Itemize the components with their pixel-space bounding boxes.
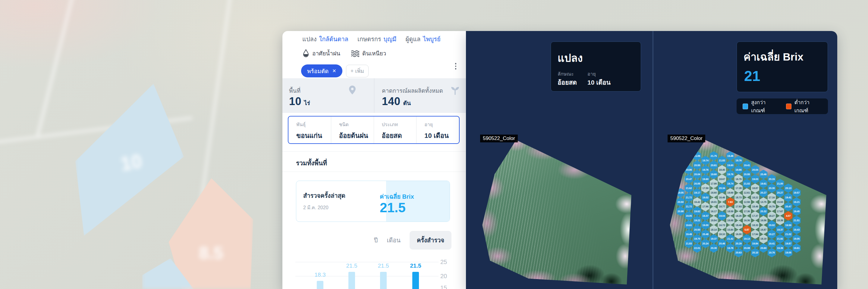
brix-hexagon[interactable]: 18.73	[735, 193, 743, 202]
brix-hexagon[interactable]: 12.56	[743, 197, 751, 207]
brix-hexagon[interactable]: 20.47	[685, 174, 693, 184]
brix-hexagon[interactable]: 19.76	[726, 244, 735, 253]
brix-hexagon[interactable]: 18.68	[726, 216, 735, 225]
brix-hexagon[interactable]: 17.67	[776, 207, 784, 216]
brix-hexagon[interactable]: 15.84	[726, 225, 735, 234]
brix-hexagon[interactable]: 17.94	[751, 230, 759, 239]
brix-hexagon[interactable]: 19.05	[793, 234, 801, 244]
brix-hexagon[interactable]: 15.93	[776, 197, 784, 207]
brix-hexagon[interactable]: 16.42	[693, 197, 701, 207]
brix-hexagon[interactable]: 16.46	[718, 193, 726, 202]
brix-hexagon[interactable]: 21.06	[693, 151, 701, 161]
brix-hexagon[interactable]: 19.45	[793, 207, 801, 216]
brix-hexagon[interactable]: 19.41	[768, 239, 776, 248]
brix-hexagon[interactable]: 19.61	[760, 179, 768, 188]
brix-hexagon[interactable]: 20.47	[784, 202, 792, 211]
brix-hexagon[interactable]: 19.41	[784, 193, 792, 202]
aerial-field-image-with-hexes[interactable]: 21.0621.7519.4619.7421.8319.7620.5520.61…	[667, 137, 828, 286]
brix-hexagon[interactable]: 20.15	[768, 174, 776, 184]
brix-hexagon[interactable]: 19.00	[701, 220, 710, 230]
brix-bar[interactable]	[348, 272, 355, 289]
brix-hexagon[interactable]: 17.16	[768, 193, 776, 202]
brix-hexagon[interactable]: 22.01	[693, 244, 701, 253]
brix-hexagon[interactable]: 19.37	[776, 225, 784, 234]
brix-hexagon[interactable]: 21.62	[685, 184, 693, 193]
brix-hexagon[interactable]: 20.04	[751, 165, 759, 174]
brix-hexagon[interactable]: 19.13	[743, 234, 751, 244]
brix-hexagon[interactable]: 19.60	[710, 170, 718, 179]
brix-hexagon[interactable]: 21.02	[743, 179, 751, 188]
brix-hexagon[interactable]: 20.34	[718, 184, 726, 193]
brix-hexagon[interactable]: 17.36	[743, 207, 751, 216]
brix-hexagon[interactable]: 16.87	[760, 225, 768, 234]
brix-hexagon[interactable]: 21.83	[718, 156, 726, 165]
brix-hexagon[interactable]: 18.27	[768, 211, 776, 220]
brix-hexagon[interactable]: 19.04	[718, 211, 726, 220]
brix-bar[interactable]	[380, 272, 387, 289]
brix-hexagon[interactable]: 20.55	[743, 170, 751, 179]
brix-hexagon[interactable]: 20.55	[693, 160, 701, 170]
brix-hexagon[interactable]: 13.75	[760, 197, 768, 207]
brix-hexagon[interactable]: 20.10	[751, 248, 759, 257]
brix-hexagon[interactable]: 18.22	[751, 193, 759, 202]
brix-hexagon[interactable]: 20.46	[760, 170, 768, 179]
brix-hexagon[interactable]: 16.56	[760, 216, 768, 225]
brix-hexagon[interactable]: 19.87	[784, 239, 792, 248]
brix-hexagon[interactable]: 20.24	[701, 239, 710, 248]
brix-hexagon[interactable]: 19.05	[677, 188, 685, 197]
brix-hexagon[interactable]: 19.76	[726, 170, 735, 179]
brix-hexagon[interactable]: 17.96	[701, 202, 710, 211]
brix-hexagon[interactable]: 19.39	[776, 244, 784, 253]
brix-hexagon[interactable]: 19.37	[701, 211, 710, 220]
brix-hexagon[interactable]: 19.05	[784, 248, 792, 257]
brix-hexagon[interactable]: 19.61	[793, 244, 801, 253]
brix-hexagon[interactable]: 20.13	[784, 184, 792, 193]
brix-hexagon[interactable]: 20.63	[735, 248, 743, 257]
brix-hexagon[interactable]: 21.75	[710, 151, 718, 161]
brix-hexagon[interactable]: 21.83	[685, 239, 693, 248]
brix-hexagon[interactable]: 20.04	[693, 170, 701, 179]
brix-hexagon[interactable]: 18.26	[735, 211, 743, 220]
brix-hexagon[interactable]: 18.14	[710, 225, 718, 234]
brix-hexagon[interactable]: 12.61	[743, 188, 751, 197]
brix-hexagon[interactable]: 18.60	[710, 188, 718, 197]
brix-hexagon[interactable]: 20.27	[768, 230, 776, 239]
brix-hexagon[interactable]: 18.33	[751, 220, 759, 230]
brix-hexagon[interactable]: 20.46	[718, 239, 726, 248]
brix-hexagon[interactable]: 20.61	[710, 160, 718, 170]
brix-hexagon[interactable]: 18.77	[718, 202, 726, 211]
brix-hexagon[interactable]: 20.98	[677, 207, 685, 216]
brix-hexagon[interactable]: 18.49	[735, 220, 743, 230]
brix-hexagon[interactable]: 21.72	[685, 193, 693, 202]
brix-hexagon[interactable]: 19.60	[701, 174, 710, 184]
brix-hexagon[interactable]: 17.28	[735, 184, 743, 193]
brix-hexagon[interactable]: 20.05	[693, 179, 701, 188]
brix-bar[interactable]	[412, 272, 419, 289]
brix-hexagon[interactable]: 19.60	[726, 160, 735, 170]
brix-hexagon[interactable]: 19.49	[685, 230, 693, 239]
brix-hexagon[interactable]: 19.46	[726, 151, 735, 161]
brix-hexagon[interactable]: 19.43	[793, 225, 801, 234]
brix-hexagon[interactable]: 21.00	[776, 179, 784, 188]
brix-hexagon[interactable]: 20.30	[710, 244, 718, 253]
brix-hexagon[interactable]: 19.37	[710, 234, 718, 244]
brix-hexagon[interactable]: 19.50	[784, 220, 792, 230]
brix-hexagon[interactable]: 19.76	[768, 248, 776, 257]
brix-hexagon[interactable]: 18.19	[760, 234, 768, 244]
brix-hexagon[interactable]: 18.10	[718, 230, 726, 239]
brix-hexagon[interactable]: 20.50	[693, 225, 701, 234]
brix-hexagon[interactable]: 19.74	[701, 156, 710, 165]
aerial-field-image[interactable]	[479, 137, 633, 286]
brix-hexagon[interactable]: 21.42	[726, 234, 735, 244]
brix-hexagon[interactable]: 7.63	[726, 197, 735, 207]
brix-hexagon[interactable]: 19.70	[693, 234, 701, 244]
brix-hexagon[interactable]: 21.92	[776, 234, 784, 244]
brix-hexagon[interactable]: 19.21	[793, 197, 801, 207]
brix-hexagon[interactable]: 16.17	[710, 207, 718, 216]
brix-hexagon[interactable]: 19.02	[701, 193, 710, 202]
brix-hexagon[interactable]: 17.93	[735, 202, 743, 211]
brix-hexagon[interactable]: 19.62	[693, 207, 701, 216]
brix-bar[interactable]	[317, 281, 323, 289]
brix-hexagon[interactable]: 16.79	[768, 202, 776, 211]
brix-hexagon[interactable]: 18.01	[710, 197, 718, 207]
